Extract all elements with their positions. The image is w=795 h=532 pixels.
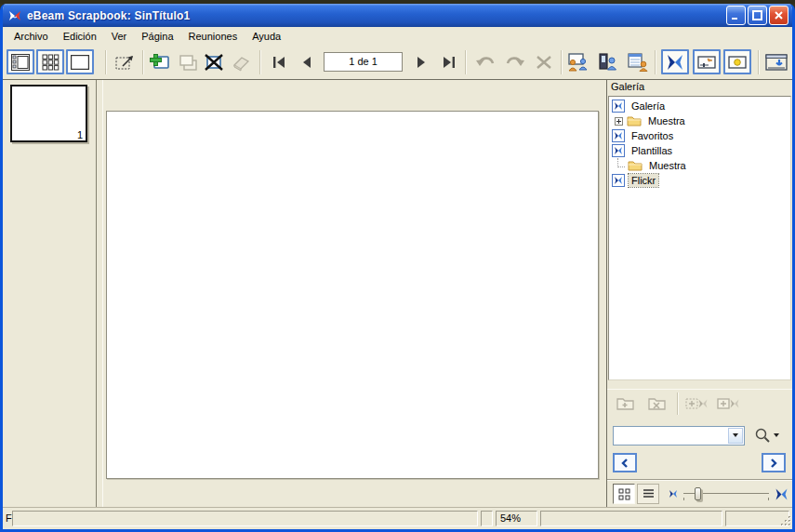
dock-toolbar-button[interactable] [763, 49, 789, 74]
butterfly-icon [666, 53, 684, 72]
page-thumbnail[interactable]: 1 [10, 85, 87, 142]
toolbar-separator [655, 50, 656, 74]
menu-archivo[interactable]: Archivo [7, 29, 56, 44]
tree-item-flickr[interactable]: Flickr [609, 173, 790, 188]
join-meeting-icon [597, 53, 619, 72]
close-button[interactable] [769, 6, 788, 25]
thumbnails-and-page-view-icon [11, 54, 30, 71]
first-page-icon [271, 55, 287, 70]
tree-item-plantillas[interactable]: Plantillas [609, 143, 790, 158]
full-page-view-icon [71, 55, 89, 70]
app-window: eBeam Scrapbook: SinTítulo1 Archivo Edic… [0, 4, 795, 532]
redo-button[interactable] [502, 49, 528, 74]
page-indicator[interactable]: 1 de 1 [324, 52, 403, 72]
full-page-view-button[interactable] [66, 49, 94, 74]
gallery-previous-button[interactable] [613, 453, 637, 472]
new-folder-button[interactable] [612, 391, 640, 416]
eraser-icon-disabled [232, 53, 252, 72]
gallery-tree: Galería Muestra Favoritos [608, 96, 791, 380]
minimize-button[interactable] [726, 6, 746, 25]
search-input[interactable] [615, 428, 726, 444]
new-folder-icon-disabled [616, 395, 636, 412]
gallery-toolbar-separator [677, 392, 679, 415]
gallery-toolbar [607, 389, 792, 417]
menu-ver[interactable]: Ver [104, 29, 135, 44]
tree-item-galeria[interactable]: Galería [609, 99, 790, 113]
list-view-button[interactable] [637, 484, 659, 504]
toolbar-separator [259, 50, 261, 74]
butterfly-icon [612, 144, 625, 157]
add-selection-to-gallery-button[interactable] [683, 391, 711, 416]
app-logo-icon [7, 8, 22, 23]
record-button[interactable] [723, 49, 751, 74]
slider-tick [768, 498, 769, 500]
folder-icon [627, 115, 642, 126]
butterfly-icon [612, 174, 625, 187]
last-page-button[interactable] [436, 49, 462, 74]
delete-selection-button[interactable] [531, 49, 557, 74]
search-dropdown-button[interactable] [728, 428, 743, 444]
menu-reuniones[interactable]: Reuniones [181, 29, 245, 44]
menu-bar: Archivo Edición Ver Página Reuniones Ayu… [3, 27, 792, 46]
main-toolbar: 1 de 1 [3, 46, 792, 79]
thumbnail-grid-view-button[interactable] [36, 49, 64, 74]
add-screenshot-to-gallery-icon-disabled [717, 395, 741, 412]
tools-palette-button[interactable] [693, 49, 721, 74]
last-page-icon [441, 55, 457, 70]
delete-page-button[interactable] [201, 49, 227, 74]
scrapbook-page[interactable] [106, 111, 599, 479]
eraser-button[interactable] [229, 49, 255, 74]
folder-icon [628, 160, 643, 171]
share-meeting-icon [567, 53, 590, 72]
tree-item-muestra-plantillas[interactable]: Muestra [609, 158, 790, 173]
butterfly-icon [612, 129, 625, 142]
add-screenshot-to-gallery-button[interactable] [715, 391, 743, 416]
thumbnail-size-slider[interactable] [683, 485, 769, 503]
tree-item-label-selected: Flickr [629, 174, 658, 187]
search-combobox[interactable] [613, 426, 745, 446]
gallery-panel: Galería Galería Muestra [606, 80, 792, 507]
previous-page-icon [298, 55, 315, 70]
menu-edicion[interactable]: Edición [56, 29, 104, 44]
tree-item-muestra-galeria[interactable]: Muestra [609, 113, 790, 128]
toolbar-separator [465, 50, 467, 74]
slider-thumb[interactable] [695, 487, 701, 500]
next-arrow-icon [768, 458, 779, 469]
gallery-view-bar [607, 479, 792, 508]
duplicate-page-button[interactable] [175, 49, 201, 74]
resize-grip[interactable] [779, 514, 791, 528]
meetings-list-button[interactable] [625, 49, 651, 74]
expand-plus-icon[interactable] [615, 117, 623, 126]
record-icon [728, 54, 747, 71]
magnifier-icon [754, 427, 771, 444]
share-meeting-button[interactable] [565, 49, 591, 74]
meetings-list-icon [627, 53, 649, 72]
title-bar[interactable]: eBeam Scrapbook: SinTítulo1 [3, 4, 792, 27]
thumbnail-grid-view-icon [42, 54, 60, 71]
join-meeting-button[interactable] [595, 49, 621, 74]
butterfly-small-icon [669, 489, 678, 499]
delete-folder-button[interactable] [643, 391, 671, 416]
grid-view-icon [618, 488, 630, 500]
redo-icon-disabled [504, 54, 526, 71]
tree-item-label: Favoritos [629, 129, 676, 142]
search-go-button[interactable] [754, 427, 779, 444]
menu-ayuda[interactable]: Ayuda [245, 29, 288, 44]
select-tool-icon [115, 53, 136, 72]
first-page-button[interactable] [266, 49, 292, 74]
thumbnails-and-page-view-button[interactable] [7, 49, 34, 74]
grid-view-button[interactable] [613, 484, 635, 504]
previous-page-button[interactable] [294, 49, 320, 74]
scrapbook-butterfly-button[interactable] [661, 49, 689, 74]
select-tool-button[interactable] [113, 49, 139, 74]
next-page-button[interactable] [408, 49, 434, 74]
tree-item-favoritos[interactable]: Favoritos [609, 128, 790, 143]
new-page-button[interactable] [147, 49, 173, 74]
maximize-button[interactable] [748, 6, 767, 25]
tools-palette-icon [697, 54, 716, 71]
panel-splitter[interactable] [96, 80, 103, 507]
tree-item-label: Galería [629, 100, 668, 113]
gallery-next-button[interactable] [762, 453, 786, 472]
undo-button[interactable] [472, 49, 498, 74]
menu-pagina[interactable]: Página [134, 29, 180, 44]
